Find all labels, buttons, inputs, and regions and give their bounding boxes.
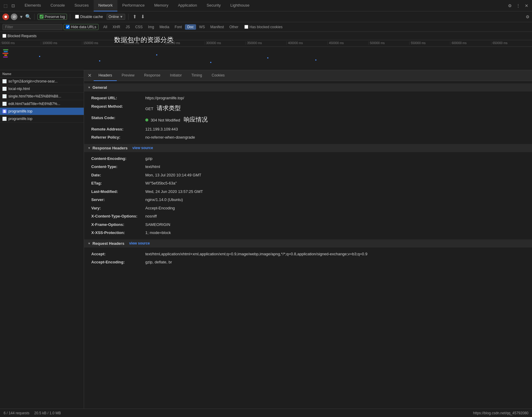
response-headers-title: Response Headers bbox=[92, 146, 128, 150]
import-button[interactable]: ⬆ bbox=[131, 14, 138, 20]
file-name-4: programlife.top bbox=[8, 109, 81, 113]
main-content: Name 📄 so?gm2&origin=chrome-sear... 📄 lo… bbox=[0, 70, 532, 409]
preserve-log-checkbox[interactable]: Preserve log bbox=[38, 14, 67, 20]
disable-cache-input[interactable] bbox=[75, 15, 79, 19]
referrer-policy-val: no-referrer-when-downgrade bbox=[145, 134, 195, 140]
remote-address-row: Remote Address: 121.199.3.109:443 bbox=[91, 125, 525, 134]
cursor-icon[interactable]: ⬚ bbox=[2, 3, 8, 9]
tick-350000: 350000 ms bbox=[246, 41, 286, 45]
timeline-ruler: 50000 ms 100000 ms 150000 ms 200000 ms 2… bbox=[0, 40, 532, 47]
response-headers-arrow: ▼ bbox=[88, 146, 91, 150]
rh-last-modified-key: Last-Modified: bbox=[91, 189, 145, 195]
throttle-arrow: ▼ bbox=[119, 15, 123, 19]
tab-elements[interactable]: Elements bbox=[20, 0, 46, 11]
file-item-1[interactable]: 📄 local-ntp.html bbox=[0, 85, 84, 93]
file-icon-4: 📄 bbox=[2, 109, 7, 113]
filter-input[interactable] bbox=[2, 24, 62, 30]
record-button[interactable]: ⏺ bbox=[2, 14, 9, 20]
filter-other[interactable]: Other bbox=[227, 24, 241, 30]
preserve-log-input[interactable] bbox=[40, 15, 44, 19]
file-list-header: Name bbox=[0, 70, 84, 78]
network-toolbar: ⏺ ⊘ ▼ 🔍 Preserve log Disable cache Onlin… bbox=[0, 11, 532, 22]
tab-timing[interactable]: Timing bbox=[186, 70, 207, 81]
tick-200000: 200000 ms bbox=[123, 41, 164, 45]
disable-cache-checkbox[interactable]: Disable cache bbox=[73, 14, 104, 20]
throttle-label: Online bbox=[109, 15, 119, 19]
has-blocked-cookies-input[interactable] bbox=[244, 25, 248, 29]
tab-preview[interactable]: Preview bbox=[117, 70, 139, 81]
hide-data-urls-input[interactable] bbox=[66, 25, 70, 29]
response-headers-view-source[interactable]: view source bbox=[132, 146, 153, 150]
tab-security[interactable]: Security bbox=[202, 0, 225, 11]
file-item-2[interactable]: 📄 single.html?title=%E5%B8%B8... bbox=[0, 93, 84, 100]
status-link[interactable]: https://blog.csdn.net/qq_45792080 bbox=[473, 411, 528, 415]
request-headers-view-source[interactable]: view source bbox=[129, 241, 150, 245]
rqh-accept-val: text/html,application/xhtml+xml,applicat… bbox=[145, 251, 367, 257]
filter-media[interactable]: Media bbox=[157, 24, 172, 30]
filter-xhr[interactable]: XHR bbox=[110, 24, 122, 30]
stop-button[interactable]: ⊘ bbox=[11, 14, 17, 20]
tab-network[interactable]: Network bbox=[94, 0, 118, 11]
hide-data-urls-checkbox[interactable]: Hide data URLs bbox=[64, 24, 98, 30]
tab-response[interactable]: Response bbox=[139, 70, 165, 81]
request-headers-section-header[interactable]: ▼ Request Headers view source bbox=[84, 239, 532, 248]
filter-font[interactable]: Font bbox=[172, 24, 184, 30]
file-icon-2: 📄 bbox=[2, 94, 7, 98]
filter-css[interactable]: CSS bbox=[133, 24, 145, 30]
rh-content-type: Content-Type: text/html bbox=[91, 163, 525, 171]
tab-performance[interactable]: Performance bbox=[117, 0, 149, 11]
rh-date-val: Mon, 13 Jul 2020 10:14:49 GMT bbox=[145, 172, 201, 178]
file-icon-3: 📄 bbox=[2, 102, 7, 106]
blocked-requests-checkbox[interactable] bbox=[2, 34, 6, 38]
rh-vary-val: Accept-Encoding bbox=[145, 205, 175, 211]
network-settings-icon[interactable]: ⚙ bbox=[526, 14, 530, 19]
file-icon-1: 📄 bbox=[2, 87, 7, 91]
filter-doc[interactable]: Doc bbox=[185, 24, 196, 30]
detail-tabs: ✕ Headers Preview Response Initiator Tim… bbox=[84, 70, 532, 81]
device-icon[interactable]: ⊡ bbox=[10, 3, 16, 9]
file-item-4[interactable]: 📄 programlife.top bbox=[0, 108, 84, 115]
tab-cookies[interactable]: Cookies bbox=[207, 70, 229, 81]
remote-address-val: 121.199.3.109:443 bbox=[145, 126, 178, 132]
rh-content-encoding-key: Content-Encoding: bbox=[91, 156, 145, 162]
request-headers-body: Accept: text/html,application/xhtml+xml,… bbox=[84, 248, 532, 269]
filter-ws[interactable]: WS bbox=[197, 24, 207, 30]
throttle-select-wrap[interactable]: Online ▼ bbox=[107, 14, 125, 20]
settings-icon[interactable]: ⚙ bbox=[507, 3, 513, 9]
search-icon[interactable]: 🔍 bbox=[25, 14, 31, 20]
rh-etag-val: W/"5ef35bc5-63a" bbox=[145, 180, 177, 186]
request-method-row: Request Method: GET 请求类型 bbox=[91, 102, 525, 114]
close-icon[interactable]: ✕ bbox=[524, 3, 530, 9]
tab-sources[interactable]: Sources bbox=[70, 0, 94, 11]
general-section-header[interactable]: ▼ General bbox=[84, 83, 532, 92]
file-item-3[interactable]: 📄 edit.html?addTitle=%E6%B7%... bbox=[0, 100, 84, 108]
response-headers-section-header[interactable]: ▼ Response Headers view source bbox=[84, 144, 532, 152]
tab-initiator[interactable]: Initiator bbox=[165, 70, 186, 81]
tab-headers[interactable]: Headers bbox=[94, 70, 117, 81]
filter-all[interactable]: All bbox=[101, 24, 110, 30]
request-url-val[interactable]: https://programlife.top/ bbox=[145, 95, 184, 101]
tab-memory[interactable]: Memory bbox=[150, 0, 173, 11]
rh-server-key: Server: bbox=[91, 197, 145, 203]
rh-content-encoding-val: gzip bbox=[145, 156, 153, 162]
tab-console[interactable]: Console bbox=[46, 0, 70, 11]
tab-application[interactable]: Application bbox=[173, 0, 202, 11]
filter-img[interactable]: Img bbox=[146, 24, 156, 30]
filter-icon[interactable]: ▼ bbox=[19, 14, 23, 19]
timeline: 50000 ms 100000 ms 150000 ms 200000 ms 2… bbox=[0, 40, 532, 70]
rh-x-xss: X-XSS-Protection: 1; mode=block bbox=[91, 229, 525, 237]
detail-close-button[interactable]: ✕ bbox=[85, 70, 94, 81]
filter-js[interactable]: JS bbox=[123, 24, 132, 30]
annotation-request-type: 请求类型 bbox=[157, 105, 181, 111]
tick-400000: 400000 ms bbox=[286, 41, 327, 45]
more-icon[interactable]: ⋮ bbox=[515, 3, 521, 9]
transfer-size: 20.5 kB / 1.0 MB bbox=[34, 411, 61, 415]
has-blocked-cookies-checkbox[interactable]: Has blocked cookies bbox=[244, 25, 283, 29]
export-button[interactable]: ⬇ bbox=[140, 14, 146, 20]
tab-lighthouse[interactable]: Lighthouse bbox=[225, 0, 254, 11]
rh-x-xss-key: X-XSS-Protection: bbox=[91, 230, 145, 236]
filter-manifest[interactable]: Manifest bbox=[208, 24, 226, 30]
general-arrow: ▼ bbox=[88, 86, 91, 89]
file-item-0[interactable]: 📄 so?gm2&origin=chrome-sear... bbox=[0, 78, 84, 85]
file-item-5[interactable]: 📄 programlife.top bbox=[0, 115, 84, 123]
